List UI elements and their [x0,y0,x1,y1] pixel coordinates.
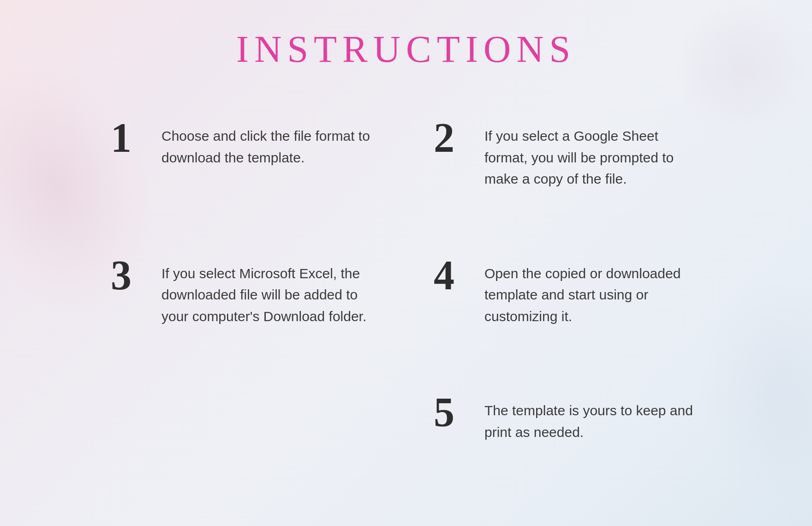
step-4-text: Open the copied or downloaded template a… [484,259,701,328]
page-title: INSTRUCTIONS [236,28,576,71]
main-container: INSTRUCTIONS 1 Choose and click the file… [0,0,812,526]
steps-grid: 1 Choose and click the file format to do… [83,108,729,498]
step-4: 4 Open the copied or downloaded template… [406,245,729,383]
step-5-text: The template is yours to keep and print … [484,396,701,443]
step-2-text: If you select a Google Sheet format, you… [484,122,701,190]
step-1-text: Choose and click the file format to down… [161,122,378,168]
empty-cell [83,383,406,498]
step-3-text: If you select Microsoft Excel, the downl… [161,259,378,328]
step-5-number: 5 [434,392,471,433]
step-3-number: 3 [111,255,148,296]
step-2: 2 If you select a Google Sheet format, y… [406,108,729,245]
step-4-number: 4 [434,255,471,296]
step-3: 3 If you select Microsoft Excel, the dow… [83,245,406,383]
step-1-number: 1 [111,117,148,159]
step-5: 5 The template is yours to keep and prin… [406,383,729,498]
step-1: 1 Choose and click the file format to do… [83,108,406,245]
step-2-number: 2 [434,117,471,159]
